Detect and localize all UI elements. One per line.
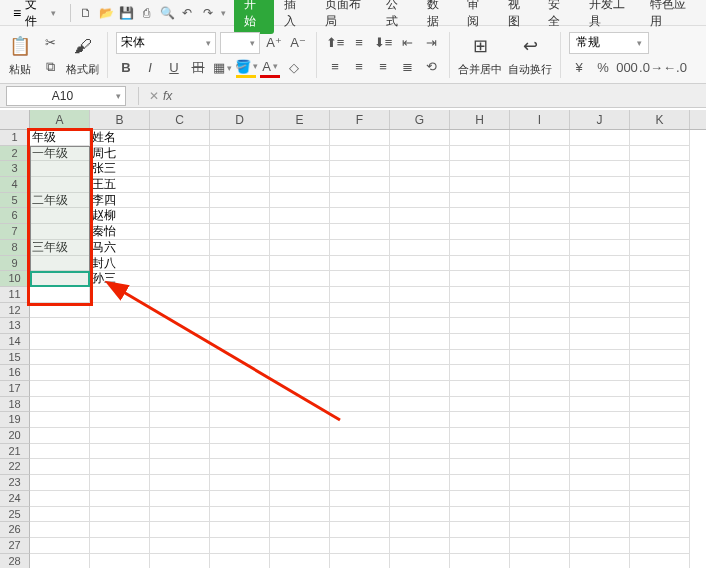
cell[interactable]: [150, 554, 210, 568]
cell[interactable]: [150, 428, 210, 444]
cell[interactable]: [270, 491, 330, 507]
cell[interactable]: [330, 130, 390, 146]
cell[interactable]: [30, 350, 90, 366]
cell[interactable]: [150, 287, 210, 303]
row-header[interactable]: 3: [0, 161, 30, 177]
cell[interactable]: [150, 303, 210, 319]
col-header-B[interactable]: B: [90, 110, 150, 129]
cell[interactable]: [270, 193, 330, 209]
cell[interactable]: [150, 350, 210, 366]
cell[interactable]: [510, 444, 570, 460]
cell[interactable]: [630, 365, 690, 381]
cell[interactable]: [270, 208, 330, 224]
cell[interactable]: [570, 350, 630, 366]
cell[interactable]: [150, 397, 210, 413]
cell[interactable]: [510, 161, 570, 177]
cell[interactable]: [450, 459, 510, 475]
cell[interactable]: [150, 507, 210, 523]
cell[interactable]: [570, 208, 630, 224]
cell[interactable]: [90, 381, 150, 397]
cell[interactable]: [210, 130, 270, 146]
row-header[interactable]: 4: [0, 177, 30, 193]
cell[interactable]: [90, 444, 150, 460]
cell[interactable]: [570, 146, 630, 162]
cell[interactable]: [570, 224, 630, 240]
align-right-icon[interactable]: ≡: [373, 57, 393, 77]
cell[interactable]: [630, 444, 690, 460]
cell[interactable]: 一年级: [30, 146, 90, 162]
comma-icon[interactable]: 000: [617, 58, 637, 78]
cell[interactable]: [30, 491, 90, 507]
cell[interactable]: [630, 303, 690, 319]
row-header[interactable]: 10: [0, 271, 30, 287]
cell[interactable]: [150, 381, 210, 397]
cut-icon[interactable]: ✂: [40, 33, 60, 53]
row-header[interactable]: 26: [0, 522, 30, 538]
cell[interactable]: [450, 224, 510, 240]
decrease-font-icon[interactable]: A⁻: [288, 33, 308, 53]
tab-special[interactable]: 特色应用: [640, 0, 701, 34]
paste-group[interactable]: 📋 粘贴: [6, 32, 34, 77]
cell[interactable]: [30, 507, 90, 523]
cell[interactable]: [450, 554, 510, 568]
cell[interactable]: [30, 444, 90, 460]
align-top-icon[interactable]: ⬆≡: [325, 33, 345, 53]
cell[interactable]: [330, 318, 390, 334]
cell[interactable]: [570, 412, 630, 428]
cell[interactable]: [210, 303, 270, 319]
cell[interactable]: [570, 177, 630, 193]
tab-insert[interactable]: 插入: [274, 0, 315, 34]
col-header-I[interactable]: I: [510, 110, 570, 129]
cell[interactable]: [90, 491, 150, 507]
cell[interactable]: [450, 538, 510, 554]
cell[interactable]: [270, 459, 330, 475]
cell[interactable]: [570, 444, 630, 460]
save-icon[interactable]: 💾: [117, 3, 135, 23]
cell[interactable]: [510, 538, 570, 554]
cell[interactable]: [330, 459, 390, 475]
cell[interactable]: [630, 381, 690, 397]
cell[interactable]: [90, 412, 150, 428]
cell[interactable]: [570, 522, 630, 538]
cell[interactable]: [570, 397, 630, 413]
format-painter-group[interactable]: 🖌 格式刷: [66, 32, 99, 77]
font-size-select[interactable]: ▾: [220, 32, 260, 54]
cell[interactable]: [390, 287, 450, 303]
cell[interactable]: [630, 491, 690, 507]
col-header-J[interactable]: J: [570, 110, 630, 129]
cell[interactable]: [30, 256, 90, 272]
increase-font-icon[interactable]: A⁺: [264, 33, 284, 53]
cell[interactable]: [450, 177, 510, 193]
cell[interactable]: 李四: [90, 193, 150, 209]
cell[interactable]: [630, 224, 690, 240]
row-header[interactable]: 5: [0, 193, 30, 209]
cell[interactable]: [450, 522, 510, 538]
col-header-C[interactable]: C: [150, 110, 210, 129]
cell[interactable]: [510, 491, 570, 507]
cell[interactable]: [210, 256, 270, 272]
cell[interactable]: [210, 538, 270, 554]
cell[interactable]: [30, 412, 90, 428]
tab-view[interactable]: 视图: [498, 0, 539, 34]
cell[interactable]: [510, 381, 570, 397]
cell[interactable]: [150, 146, 210, 162]
align-left-icon[interactable]: ≡: [325, 57, 345, 77]
cell[interactable]: [390, 130, 450, 146]
cell[interactable]: [330, 381, 390, 397]
merge-center-group[interactable]: ⊞ 合并居中: [458, 32, 502, 77]
cell[interactable]: [330, 538, 390, 554]
cell[interactable]: [630, 459, 690, 475]
tab-security[interactable]: 安全: [538, 0, 579, 34]
cell[interactable]: [330, 397, 390, 413]
cell[interactable]: [570, 365, 630, 381]
cell[interactable]: [510, 224, 570, 240]
clear-format-button[interactable]: ◇: [284, 58, 304, 78]
cell[interactable]: [330, 146, 390, 162]
row-header[interactable]: 6: [0, 208, 30, 224]
cell[interactable]: 张三: [90, 161, 150, 177]
cell[interactable]: [630, 256, 690, 272]
cell[interactable]: [570, 475, 630, 491]
cell[interactable]: [450, 365, 510, 381]
cell[interactable]: [330, 240, 390, 256]
cell[interactable]: [510, 240, 570, 256]
